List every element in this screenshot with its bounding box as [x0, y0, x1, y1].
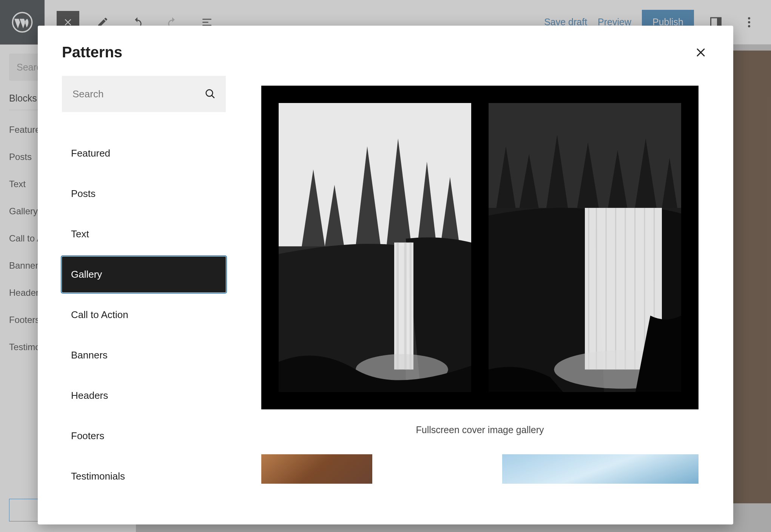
pattern-search-input[interactable] [72, 88, 215, 100]
modal-sidebar: Featured Posts Text Gallery Call to Acti… [62, 76, 226, 524]
category-featured[interactable]: Featured [62, 135, 226, 171]
category-text[interactable]: Text [62, 216, 226, 252]
modal-content: Fullscreen cover image gallery [226, 76, 709, 524]
pattern-label: Fullscreen cover image gallery [261, 409, 699, 454]
pattern-row-secondary [261, 454, 699, 484]
pattern-card[interactable]: Fullscreen cover image gallery [261, 86, 699, 484]
search-icon [205, 88, 216, 100]
modal-title: Patterns [62, 44, 122, 61]
category-footers[interactable]: Footers [62, 418, 226, 454]
pattern-thumb-2[interactable] [502, 454, 699, 484]
pattern-preview [261, 86, 699, 409]
svg-rect-16 [396, 243, 399, 370]
category-posts[interactable]: Posts [62, 176, 226, 212]
category-gallery[interactable]: Gallery [62, 257, 226, 292]
category-headers[interactable]: Headers [62, 378, 226, 414]
svg-rect-17 [404, 243, 407, 370]
patterns-modal: Patterns Featured Posts Text Gallery Cal… [38, 26, 733, 524]
category-banners[interactable]: Banners [62, 337, 226, 373]
close-icon [694, 46, 708, 59]
category-list: Featured Posts Text Gallery Call to Acti… [62, 135, 226, 494]
svg-rect-18 [410, 243, 412, 370]
pattern-thumb-1[interactable] [261, 454, 372, 484]
category-call-to-action[interactable]: Call to Action [62, 297, 226, 333]
pattern-image-right [489, 103, 681, 392]
pattern-search[interactable] [62, 76, 226, 112]
category-testimonials[interactable]: Testimonials [62, 458, 226, 494]
pattern-image-left [279, 103, 471, 392]
modal-close-button[interactable] [692, 44, 709, 61]
